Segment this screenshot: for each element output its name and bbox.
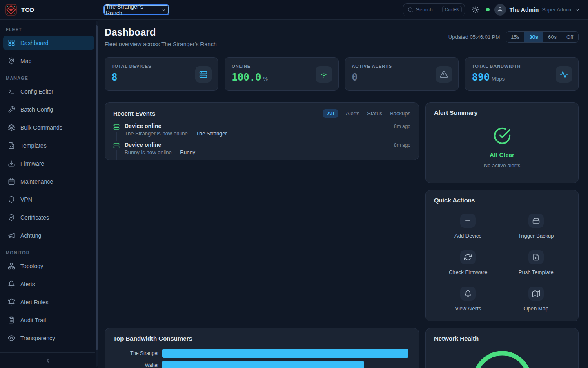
- network-icon: [8, 263, 15, 270]
- sidebar-item-config-editor[interactable]: Config Editor: [3, 84, 94, 99]
- view-alerts-button[interactable]: View Alerts: [455, 287, 481, 312]
- tab-backups[interactable]: Backups: [390, 110, 410, 117]
- brand-name: TOD: [21, 6, 34, 13]
- sidebar-item-achtung[interactable]: Achtung: [3, 228, 94, 243]
- search-input[interactable]: [416, 7, 439, 13]
- sidebar-item-batch-config[interactable]: Batch Config: [3, 102, 94, 117]
- sidebar-item-templates[interactable]: Templates: [3, 138, 94, 153]
- timeline-connector: [116, 150, 117, 160]
- stat-value: 100.0: [232, 72, 261, 82]
- megaphone-icon: [8, 232, 15, 239]
- event-detail: Bunny is now online: [125, 149, 172, 155]
- bar: [162, 361, 364, 368]
- sidebar-scrollbar-thumb[interactable]: [96, 25, 98, 350]
- sidebar-item-label: Config Editor: [20, 88, 53, 95]
- refresh-option-30s[interactable]: 30s: [524, 32, 543, 42]
- refresh-option-off[interactable]: Off: [561, 32, 578, 42]
- event-row[interactable]: Device online 8m ago The Stranger is now…: [113, 123, 410, 141]
- hard-drive-icon: [532, 217, 540, 224]
- bar-row: Walter: [113, 361, 410, 368]
- sidebar-item-label: Audit Trail: [20, 317, 46, 323]
- sidebar-item-vpn[interactable]: VPN: [3, 192, 94, 207]
- section-label-manage: MANAGE: [3, 72, 94, 84]
- sidebar-item-label: Firmware: [20, 160, 44, 167]
- stat-icon-chip: [556, 66, 572, 83]
- stat-unit: %: [263, 76, 268, 82]
- event-row[interactable]: Device online 8m ago Bunny is now online…: [113, 141, 410, 160]
- sidebar-item-bulk-commands[interactable]: Bulk Commands: [3, 120, 94, 135]
- add-device-button[interactable]: Add Device: [454, 214, 481, 239]
- app-logo-icon: [5, 4, 17, 16]
- alert-summary-panel: Alert Summary All Clear No active alerts: [425, 102, 579, 183]
- fleet-selector[interactable]: The Stranger's Ranch: [103, 4, 169, 15]
- bar-label: Walter: [113, 362, 159, 368]
- stat-icon-chip: [195, 66, 212, 83]
- event-detail: The Stranger is now online: [125, 130, 188, 137]
- sidebar-item-transparency[interactable]: Transparency: [3, 331, 94, 346]
- sidebar-item-label: Maintenance: [20, 178, 53, 185]
- stat-card-total-bandwidth: TOTAL BANDWIDTH 890 Mbps: [465, 57, 579, 91]
- event-time: 8m ago: [394, 142, 410, 148]
- quick-actions-panel: Quick Actions Add Device Trigger Backup …: [425, 190, 579, 321]
- tab-all[interactable]: All: [323, 109, 338, 118]
- check-circle-icon: [493, 127, 511, 145]
- sidebar-item-maintenance[interactable]: Maintenance: [3, 174, 94, 189]
- sidebar-section-manage: MANAGE Config Editor Batch Config Bulk C…: [3, 72, 94, 243]
- sidebar-item-alerts[interactable]: Alerts: [3, 277, 94, 292]
- avatar[interactable]: [494, 4, 506, 16]
- sidebar-item-firmware[interactable]: Firmware: [3, 156, 94, 171]
- check-firmware-button[interactable]: Check Firmware: [449, 250, 488, 275]
- bandwidth-chart-panel: Top Bandwidth Consumers The Stranger Wal…: [105, 328, 419, 368]
- stat-cards: TOTAL DEVICES 8 ONLINE 100.0 % ACTIVE AL…: [105, 57, 579, 91]
- sidebar-item-alert-rules[interactable]: Alert Rules: [3, 295, 94, 310]
- sidebar-section-fleet: FLEET Dashboard Map: [3, 24, 94, 68]
- bar-label: The Stranger: [113, 350, 159, 356]
- timeline-connector: [116, 132, 117, 141]
- tab-alerts[interactable]: Alerts: [346, 110, 359, 117]
- activity-icon: [560, 70, 568, 79]
- section-label-monitor: MONITOR: [3, 247, 94, 259]
- clipboard-list-icon: [8, 316, 15, 324]
- sidebar-item-label: VPN: [20, 196, 32, 203]
- alert-status: All Clear: [434, 151, 570, 158]
- user-menu-chevron-icon[interactable]: [575, 7, 581, 13]
- refresh-interval-segmented: 15s 30s 60s Off: [506, 31, 579, 43]
- wrench-icon: [8, 106, 15, 113]
- section-label-fleet: FLEET: [3, 24, 94, 36]
- chevron-left-icon[interactable]: [45, 357, 51, 364]
- server-icon: [199, 70, 207, 79]
- bell-icon: [464, 290, 472, 297]
- event-title: Device online: [125, 141, 161, 148]
- sidebar-item-certificates[interactable]: Certificates: [3, 210, 94, 225]
- open-map-button[interactable]: Open Map: [523, 287, 548, 312]
- topbar-right: Cmd+K The Admin Super Admin: [403, 3, 588, 16]
- fleet-selector-value: The Stranger's Ranch: [106, 3, 161, 16]
- sun-icon[interactable]: [472, 6, 479, 13]
- network-health-panel: Network Health 100: [425, 328, 579, 368]
- bar-row: The Stranger: [113, 349, 410, 358]
- layout-grid-icon: [8, 39, 15, 47]
- refresh-option-60s[interactable]: 60s: [543, 32, 561, 42]
- sidebar: FLEET Dashboard Map MANAGE Config Editor…: [0, 20, 98, 368]
- tab-status[interactable]: Status: [367, 110, 382, 117]
- file-code-icon: [532, 254, 540, 261]
- sidebar-item-label: Alert Rules: [20, 299, 48, 305]
- stat-value: 8: [111, 72, 117, 82]
- trigger-backup-button[interactable]: Trigger Backup: [518, 214, 554, 239]
- sidebar-item-map[interactable]: Map: [3, 54, 94, 68]
- map-icon: [532, 290, 540, 297]
- bandwidth-bars: The Stranger Walter: [113, 349, 410, 368]
- sidebar-item-dashboard[interactable]: Dashboard: [3, 36, 94, 50]
- stat-icon-chip: [316, 66, 332, 83]
- sidebar-section-monitor: MONITOR Topology Alerts Alert Rules Audi…: [3, 247, 94, 346]
- stat-icon-chip: [436, 66, 452, 83]
- sidebar-item-audit-trail[interactable]: Audit Trail: [3, 313, 94, 328]
- alert-detail: No active alerts: [434, 162, 570, 168]
- calendar-icon: [8, 178, 15, 185]
- sidebar-item-topology[interactable]: Topology: [3, 259, 94, 274]
- refresh-option-15s[interactable]: 15s: [506, 32, 524, 42]
- push-template-button[interactable]: Push Template: [519, 250, 554, 275]
- connection-status-dot: [486, 8, 490, 11]
- refresh-controls: Updated 05:46:01 PM 15s 30s 60s Off: [448, 31, 579, 43]
- search-box[interactable]: Cmd+K: [403, 3, 465, 16]
